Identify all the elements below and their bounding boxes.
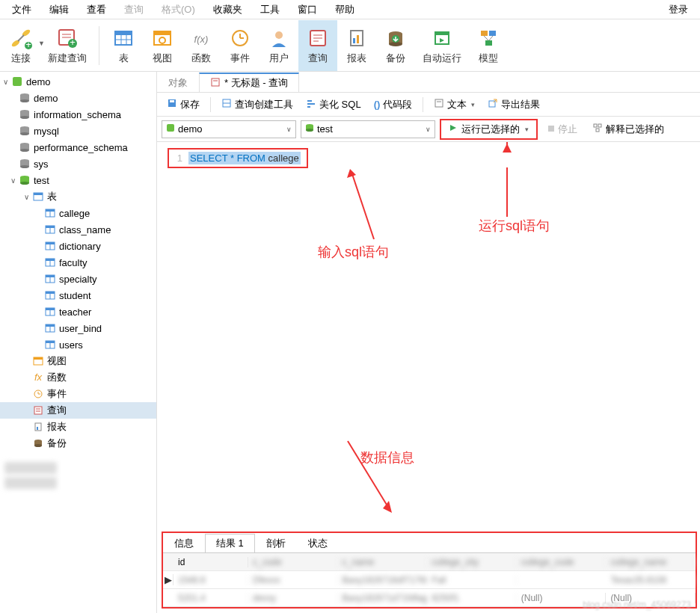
tree-db-info[interactable]: information_schema <box>0 106 156 123</box>
table-icon <box>43 207 57 219</box>
report-button[interactable]: 报表 <box>337 20 376 71</box>
table-icon <box>43 256 57 268</box>
results-tabs: 信息 结果 1 剖析 状态 <box>163 533 696 552</box>
menu-edit[interactable]: 编辑 <box>40 1 78 19</box>
snippet-button[interactable]: ()代码段 <box>369 96 418 114</box>
function-button[interactable]: f(x) 函数 <box>182 20 221 71</box>
snippet-icon: () <box>374 99 381 110</box>
connection-selector-row: demo∨ test∨ 运行已选择的▾ 停止 解释已选择的 <box>157 117 700 142</box>
tree-reports[interactable]: 报表 <box>0 419 156 435</box>
table-icon <box>43 306 57 318</box>
query-builder-button[interactable]: 查询创建工具 <box>216 96 298 114</box>
tree-table[interactable]: teacher <box>0 304 156 320</box>
tab-status[interactable]: 状态 <box>297 534 339 552</box>
tree-table[interactable]: user_bind <box>0 320 156 336</box>
new-query-button[interactable]: + 新建查询 <box>40 20 94 71</box>
menu-view[interactable]: 查看 <box>78 1 115 19</box>
tree-queries[interactable]: 查询 <box>0 402 156 419</box>
tree-db-mysql[interactable]: mysql <box>0 123 156 139</box>
grid-row[interactable]: ▶ 1548.8 Dfexxx Baxy1826716df71768 Fall … <box>163 571 696 589</box>
tree-events[interactable]: 事件 <box>0 386 156 402</box>
tree-tables[interactable]: ∨表 <box>0 188 156 205</box>
autorun-button[interactable]: 自动运行 <box>415 20 469 71</box>
backup-icon <box>384 26 408 50</box>
backup-button[interactable]: 备份 <box>376 20 415 71</box>
explain-icon <box>592 123 603 135</box>
event-button[interactable]: 事件 <box>221 20 260 71</box>
svg-rect-41 <box>13 77 22 86</box>
table-icon <box>43 273 57 285</box>
menu-file[interactable]: 文件 <box>3 1 40 19</box>
tree-db-test[interactable]: ∨test <box>0 172 156 188</box>
tables-icon <box>31 191 45 203</box>
col-id[interactable]: id <box>174 557 248 567</box>
view-button[interactable]: 视图 <box>143 20 182 71</box>
tree-table[interactable]: student <box>0 287 156 304</box>
menu-help[interactable]: 帮助 <box>326 1 363 19</box>
run-selected-button[interactable]: 运行已选择的▾ <box>443 121 535 138</box>
save-button[interactable]: 保存 <box>162 96 205 114</box>
tree-table[interactable]: class_name <box>0 221 156 238</box>
tree-table[interactable]: dictionary <box>0 238 156 254</box>
tree-conn[interactable]: ∨demo <box>0 73 156 90</box>
model-icon <box>476 26 500 50</box>
connection-dropdown[interactable]: demo∨ <box>162 120 296 138</box>
tree-db-perf[interactable]: performance_schema <box>0 139 156 155</box>
user-button[interactable]: 用户 <box>260 20 298 71</box>
query-icon <box>210 77 221 90</box>
svg-point-56 <box>20 165 29 168</box>
svg-rect-63 <box>46 209 55 212</box>
menu-query[interactable]: 查询 <box>115 1 153 19</box>
tree-db-sys[interactable]: sys <box>0 155 156 172</box>
tree-backups[interactable]: 备份 <box>0 435 156 452</box>
svg-text:fx: fx <box>34 372 43 383</box>
model-button[interactable]: 模型 <box>469 20 508 71</box>
report-icon <box>31 421 45 433</box>
table-icon <box>43 289 57 301</box>
menu-bar: 文件 编辑 查看 查询 格式(O) 收藏夹 工具 窗口 帮助 登录 <box>0 0 700 19</box>
new-query-label: 新建查询 <box>48 52 87 65</box>
table-button[interactable]: 表 <box>104 20 143 71</box>
connect-button[interactable]: + ▼ 连接 <box>1 20 40 71</box>
menu-format[interactable]: 格式(O) <box>153 1 204 19</box>
function-icon: f(x) <box>189 26 213 50</box>
svg-rect-36 <box>481 31 488 36</box>
query-button[interactable]: 查询 <box>298 20 337 71</box>
export-button[interactable]: 导出结果 <box>482 96 545 114</box>
svg-rect-87 <box>46 341 55 343</box>
menu-window[interactable]: 窗口 <box>289 1 326 19</box>
tree-table-callege[interactable]: callege <box>0 205 156 221</box>
tree-db-demo[interactable]: demo <box>0 90 156 106</box>
svg-text:+: + <box>25 39 31 49</box>
plug-icon: + <box>9 26 33 50</box>
tree-table[interactable]: users <box>0 336 156 353</box>
tab-profile[interactable]: 剖析 <box>255 534 297 552</box>
stop-button[interactable]: 停止 <box>542 120 583 138</box>
svg-rect-95 <box>34 407 42 414</box>
text-button[interactable]: 文本▾ <box>429 96 480 114</box>
menu-login[interactable]: 登录 <box>660 1 697 19</box>
svg-text:f(x): f(x) <box>194 34 209 45</box>
annotation-data: 数据信息 <box>360 449 414 466</box>
beautify-button[interactable]: 美化 SQL <box>301 96 366 114</box>
tab-result1[interactable]: 结果 1 <box>205 534 255 552</box>
query-icon <box>31 404 45 416</box>
database-icon <box>18 108 31 120</box>
svg-rect-109 <box>435 99 443 107</box>
tab-info[interactable]: 信息 <box>163 534 205 552</box>
tab-objects[interactable]: 对象 <box>157 73 199 92</box>
svg-rect-38 <box>485 40 492 46</box>
tree-table[interactable]: specialty <box>0 271 156 287</box>
menu-favorites[interactable]: 收藏夹 <box>204 1 251 19</box>
database-dropdown[interactable]: test∨ <box>301 120 435 138</box>
svg-rect-16 <box>154 31 171 35</box>
clock-icon <box>228 26 252 50</box>
tree-funcs[interactable]: fx函数 <box>0 369 156 386</box>
tree-table[interactable]: faculty <box>0 254 156 271</box>
tab-untitled-query[interactable]: * 无标题 - 查询 <box>199 73 299 92</box>
menu-tools[interactable]: 工具 <box>251 1 289 19</box>
svg-rect-75 <box>46 275 55 277</box>
tree-views[interactable]: 视图 <box>0 353 156 369</box>
report-icon <box>345 26 369 50</box>
explain-button[interactable]: 解释已选择的 <box>587 120 669 138</box>
